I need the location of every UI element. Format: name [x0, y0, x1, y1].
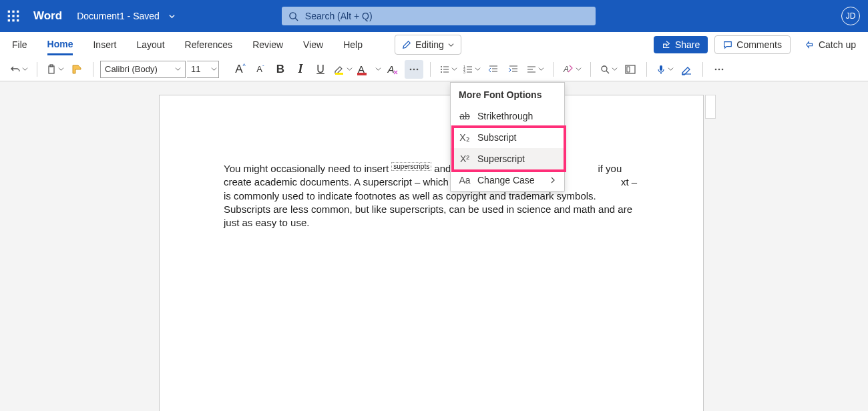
tab-references[interactable]: References — [185, 35, 233, 54]
underline-button[interactable]: U — [311, 60, 330, 79]
menu-item-label: Subscript — [477, 132, 516, 143]
svg-point-17 — [417, 68, 419, 70]
svg-rect-3 — [8, 15, 10, 17]
format-painter-button[interactable] — [67, 60, 86, 79]
editor-button[interactable] — [677, 60, 696, 79]
svg-rect-14 — [357, 73, 367, 75]
svg-point-19 — [441, 69, 442, 70]
increase-indent-button[interactable] — [504, 60, 523, 79]
tab-help[interactable]: Help — [343, 35, 363, 54]
svg-text:A: A — [563, 65, 569, 74]
share-label: Share — [675, 39, 700, 50]
styles-button[interactable]: A — [560, 60, 584, 79]
font-size-select[interactable]: 11 — [187, 61, 219, 78]
svg-rect-8 — [17, 19, 19, 21]
menu-item-label: Strikethrough — [477, 111, 533, 121]
menu-item-change-case[interactable]: Aa Change Case — [451, 169, 564, 191]
svg-rect-5 — [17, 15, 19, 17]
align-button[interactable] — [524, 60, 546, 79]
svg-rect-0 — [8, 11, 10, 13]
menu-item-label: Superscript — [477, 153, 525, 164]
find-button[interactable] — [598, 60, 620, 79]
comment-icon — [723, 40, 732, 49]
clear-formatting-button[interactable]: A — [385, 60, 403, 79]
font-color-button[interactable]: A — [356, 60, 383, 79]
document-area: You might occasionally need to insert su… — [0, 81, 868, 411]
comments-button[interactable]: Comments — [714, 35, 791, 54]
share-icon — [662, 40, 671, 49]
tab-file[interactable]: File — [12, 35, 27, 54]
svg-rect-13 — [335, 73, 343, 75]
catchup-button[interactable]: Catch up — [797, 36, 856, 53]
editing-label: Editing — [415, 39, 444, 50]
menu-item-superscript[interactable]: X² Superscript — [451, 148, 564, 169]
font-name-select[interactable]: Calibri (Body) — [100, 61, 186, 78]
title-bar: Word Document1 - Saved Search (Alt + Q) … — [0, 0, 868, 32]
catchup-label: Catch up — [819, 39, 856, 50]
change-case-icon: Aa — [459, 175, 471, 185]
tab-insert[interactable]: Insert — [93, 35, 116, 54]
page-shadow — [705, 95, 716, 119]
svg-point-16 — [413, 68, 415, 70]
font-name-value: Calibri (Body) — [105, 64, 158, 74]
svg-point-15 — [410, 68, 412, 70]
tab-review[interactable]: Review — [252, 35, 283, 54]
menu-item-subscript[interactable]: X₂ Subscript — [451, 127, 564, 148]
menu-item-label: Change Case — [477, 175, 535, 185]
decrease-indent-button[interactable] — [484, 60, 503, 79]
font-size-value: 11 — [191, 64, 200, 74]
catchup-icon — [805, 40, 815, 49]
editing-mode-button[interactable]: Editing — [395, 35, 461, 55]
search-placeholder: Search (Alt + Q) — [305, 11, 373, 21]
svg-rect-1 — [12, 11, 14, 13]
paste-button[interactable] — [44, 60, 66, 79]
svg-point-20 — [441, 71, 442, 73]
highlight-button[interactable] — [331, 60, 355, 79]
document-page[interactable]: You might occasionally need to insert su… — [159, 95, 704, 411]
bullets-button[interactable] — [437, 60, 459, 79]
numbering-button[interactable]: 123 — [461, 60, 483, 79]
svg-point-40 — [602, 66, 607, 71]
dictate-button[interactable] — [654, 60, 676, 79]
document-name[interactable]: Document1 - Saved — [77, 11, 160, 21]
app-launcher-icon[interactable] — [7, 9, 20, 23]
decrease-font-button[interactable]: Aˇ — [251, 60, 270, 79]
svg-rect-6 — [8, 19, 10, 21]
italic-button[interactable]: I — [291, 60, 310, 79]
tab-view[interactable]: View — [303, 35, 323, 54]
user-avatar[interactable]: JD — [841, 7, 860, 25]
designer-button[interactable] — [621, 60, 640, 79]
increase-font-button[interactable]: A^ — [231, 60, 250, 79]
more-font-options-menu: More Font Options ab Strikethrough X₂ Su… — [450, 82, 565, 191]
share-button[interactable]: Share — [654, 36, 708, 53]
search-box[interactable]: Search (Alt + Q) — [282, 7, 596, 25]
bold-button[interactable]: B — [271, 60, 290, 79]
subscript-icon: X₂ — [459, 132, 471, 143]
chevron-right-icon — [550, 177, 556, 183]
ribbon-overflow-button[interactable] — [710, 60, 728, 79]
tab-layout[interactable]: Layout — [136, 35, 164, 54]
svg-point-45 — [715, 68, 717, 70]
document-body-text[interactable]: You might occasionally need to insert su… — [224, 162, 638, 230]
svg-point-9 — [290, 12, 296, 18]
svg-text:3: 3 — [463, 70, 465, 74]
undo-button[interactable] — [8, 60, 30, 79]
svg-rect-11 — [49, 66, 54, 73]
ribbon-toolbar: Calibri (Body) 11 A^ Aˇ B I U A A 123 A — [0, 57, 868, 81]
doc-text-fragment: You might occasionally need to insert — [224, 163, 391, 174]
svg-point-47 — [722, 68, 724, 70]
svg-line-41 — [606, 71, 609, 73]
more-font-options-button[interactable] — [405, 60, 423, 79]
pencil-icon — [402, 40, 411, 49]
user-initials: JD — [846, 11, 856, 21]
svg-rect-44 — [660, 65, 662, 71]
menu-item-strikethrough[interactable]: ab Strikethrough — [451, 105, 564, 127]
svg-rect-4 — [12, 15, 14, 17]
svg-point-18 — [441, 66, 442, 67]
search-icon — [288, 11, 298, 21]
svg-rect-43 — [627, 67, 630, 72]
tab-home[interactable]: Home — [47, 35, 73, 55]
superscript-sample: superscripts — [391, 162, 431, 171]
app-name: Word — [33, 9, 62, 23]
chevron-down-icon[interactable] — [169, 13, 175, 19]
